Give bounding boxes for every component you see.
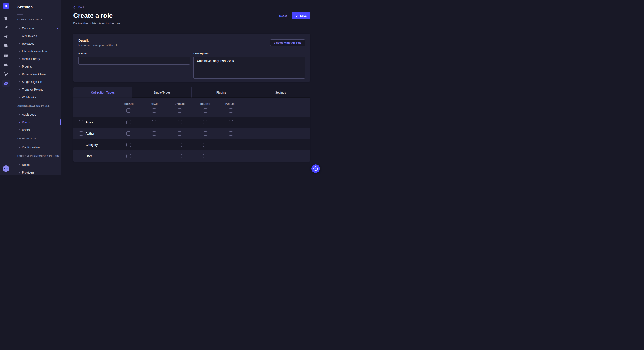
tab-single-types[interactable]: Single Types	[132, 87, 192, 98]
bullet-icon	[19, 147, 20, 148]
author-publish-checkbox[interactable]	[229, 131, 233, 136]
sidebar-item-releases[interactable]: Releases	[18, 40, 61, 47]
user-create-checkbox[interactable]	[126, 154, 131, 158]
sidebar-item-media-library[interactable]: Media Library	[18, 55, 61, 63]
settings-sidebar: Settings GLOBAL SETTINGS Overview API To…	[12, 0, 61, 175]
check-icon	[296, 15, 298, 17]
users-with-role-button[interactable]: 0 users with this role	[270, 39, 305, 46]
logo-section	[0, 0, 12, 12]
category-name-cell: Category	[73, 143, 116, 147]
question-mark-icon: ?	[314, 167, 318, 171]
select-all-read-checkbox[interactable]	[152, 108, 156, 113]
cloud-icon[interactable]	[4, 62, 8, 67]
sidebar-item-overview[interactable]: Overview	[18, 24, 61, 32]
sidebar-item-configuration[interactable]: Configuration	[18, 144, 61, 151]
column-read: READ	[142, 98, 167, 117]
column-create: CREATE	[116, 98, 142, 117]
description-textarea[interactable]: Created January 16th, 2025	[193, 57, 305, 79]
user-update-checkbox[interactable]	[178, 154, 182, 158]
sidebar-item-internationalization[interactable]: Internationalization	[18, 47, 61, 55]
header-name-spacer	[73, 98, 116, 117]
cart-icon[interactable]	[4, 71, 8, 77]
author-update-checkbox[interactable]	[178, 131, 182, 136]
name-input[interactable]	[78, 57, 190, 65]
sidebar-item-transfer-tokens[interactable]: Transfer Tokens	[18, 86, 61, 93]
sidebar-item-providers[interactable]: Providers	[18, 169, 61, 175]
back-link[interactable]: Back	[73, 5, 84, 9]
sidebar-item-users[interactable]: Users	[18, 126, 61, 134]
bullet-icon	[19, 66, 20, 67]
row-label: User	[86, 154, 92, 158]
tab-settings[interactable]: Settings	[251, 87, 310, 98]
page-subtitle: Define the rights given to the role	[73, 21, 120, 25]
bullet-icon	[19, 130, 20, 130]
article-publish-checkbox[interactable]	[229, 120, 233, 124]
email-plugin-list: Configuration	[18, 144, 61, 151]
bullet-icon	[19, 114, 20, 115]
article-name-cell: Article	[73, 120, 116, 124]
description-field-group: Description Created January 16th, 2025	[193, 51, 305, 80]
category-read-checkbox[interactable]	[152, 143, 156, 147]
notification-dot	[57, 28, 58, 29]
required-asterisk: *	[86, 52, 87, 55]
author-create-checkbox[interactable]	[126, 131, 131, 136]
save-button[interactable]: Save	[292, 12, 310, 19]
tab-collection-types[interactable]: Collection Types	[73, 87, 132, 98]
category-create-checkbox[interactable]	[126, 143, 131, 147]
select-all-delete-checkbox[interactable]	[203, 108, 208, 113]
bullet-icon	[19, 164, 20, 165]
icon-rail: KD	[0, 0, 12, 175]
article-read-checkbox[interactable]	[152, 120, 156, 124]
category-update-checkbox[interactable]	[178, 143, 182, 147]
users-permissions-list: Roles Providers	[18, 161, 61, 175]
category-delete-checkbox[interactable]	[203, 143, 208, 147]
user-read-checkbox[interactable]	[152, 154, 156, 158]
bullet-icon	[19, 35, 20, 36]
select-all-update-checkbox[interactable]	[178, 108, 182, 113]
article-create-checkbox[interactable]	[126, 120, 131, 124]
sidebar-item-up-roles[interactable]: Roles	[18, 161, 61, 169]
table-row-article: Article	[73, 117, 310, 128]
feather-icon[interactable]	[4, 25, 8, 30]
sidebar-item-plugins[interactable]: Plugins	[18, 63, 61, 70]
user-row-checkbox[interactable]	[79, 154, 83, 158]
user-publish-checkbox[interactable]	[229, 154, 233, 158]
category-publish-checkbox[interactable]	[229, 143, 233, 147]
author-delete-checkbox[interactable]	[203, 131, 208, 136]
article-delete-checkbox[interactable]	[203, 120, 208, 124]
author-read-checkbox[interactable]	[152, 131, 156, 136]
sidebar-item-api-tokens[interactable]: API Tokens	[18, 32, 61, 40]
user-delete-checkbox[interactable]	[203, 154, 208, 158]
home-icon[interactable]	[4, 15, 8, 21]
layout-icon[interactable]	[4, 52, 8, 58]
sidebar-item-review-workflows[interactable]: Review Workflows	[18, 70, 61, 78]
author-row-checkbox[interactable]	[79, 131, 83, 136]
table-row-user: User	[73, 150, 310, 162]
category-row-checkbox[interactable]	[79, 143, 83, 147]
help-button[interactable]: ?	[311, 164, 320, 173]
article-row-checkbox[interactable]	[79, 120, 83, 124]
sidebar-item-roles-active[interactable]: Roles	[18, 118, 61, 126]
group-label-global-settings: GLOBAL SETTINGS	[18, 18, 61, 21]
sidebar-item-webhooks[interactable]: Webhooks	[18, 93, 61, 101]
row-label: Author	[86, 132, 94, 135]
strapi-logo-icon	[4, 4, 8, 8]
header-actions: Reset Save	[276, 12, 310, 19]
bullet-icon	[19, 43, 20, 44]
reset-button[interactable]: Reset	[276, 12, 290, 19]
row-label: Category	[86, 143, 98, 147]
strapi-logo[interactable]	[3, 3, 9, 9]
article-update-checkbox[interactable]	[178, 120, 182, 124]
gear-icon[interactable]	[2, 80, 10, 87]
bullet-icon	[19, 122, 20, 123]
user-avatar[interactable]: KD	[3, 166, 9, 172]
select-all-publish-checkbox[interactable]	[229, 108, 233, 113]
pictures-icon[interactable]	[4, 43, 8, 48]
tab-plugins[interactable]: Plugins	[192, 87, 251, 98]
sidebar-item-single-sign-on[interactable]: Single Sign-On	[18, 78, 61, 86]
sidebar-item-audit-logs[interactable]: Audit Logs	[18, 111, 61, 118]
select-all-create-checkbox[interactable]	[126, 108, 131, 113]
column-update: UPDATE	[167, 98, 192, 117]
column-label-update: UPDATE	[175, 103, 185, 105]
paper-plane-icon[interactable]	[4, 34, 8, 39]
